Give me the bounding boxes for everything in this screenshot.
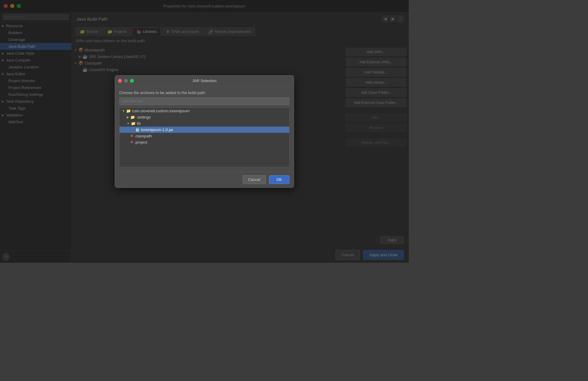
modal-footer: Cancel OK	[115, 171, 294, 188]
modal-filter-input[interactable]	[119, 97, 290, 105]
modal-tree-item-loremipsum-jar[interactable]: ▶ 🫙 loremipsum-1.0.jar	[120, 127, 289, 133]
modal-tree-item-classpath[interactable]: ▶ ✖ .classpath	[120, 133, 289, 139]
tree-item-label: loremipsum-1.0.jar	[141, 127, 173, 132]
modal-max-button[interactable]	[130, 79, 134, 83]
modal-tree-item-project[interactable]: ▶ ✖ .project	[120, 139, 289, 145]
modal-tree-item-lib[interactable]: ▼ 📁 lib	[120, 120, 289, 127]
tree-arrow-icon: ▼	[127, 122, 130, 125]
modal-window-buttons	[118, 79, 134, 83]
tree-item-label: .classpath	[134, 134, 152, 138]
modal-description: Choose the archives to be added to the b…	[119, 90, 290, 95]
modal-title: JAR Selection	[192, 79, 217, 83]
modal-ok-button[interactable]: OK	[269, 175, 290, 184]
modal-tree-item-root[interactable]: ▼ 📁 com.cloveretl.custom.loremipsum	[120, 108, 289, 114]
modal-overlay: JAR Selection Choose the archives to be …	[0, 0, 409, 263]
tree-item-label: .project	[134, 140, 147, 145]
modal-titlebar: JAR Selection	[115, 76, 294, 86]
tree-item-label: com.cloveretl.custom.loremipsum	[132, 109, 190, 113]
tree-item-label: lib	[137, 121, 141, 126]
modal-cancel-button[interactable]: Cancel	[243, 175, 266, 184]
modal-body: Choose the archives to be added to the b…	[115, 86, 294, 171]
modal-tree-item-settings[interactable]: ▶ 📁 .settings	[120, 114, 289, 120]
tree-arrow-icon: ▼	[122, 109, 125, 113]
modal-close-button[interactable]	[118, 79, 122, 83]
modal-min-button[interactable]	[124, 79, 128, 83]
tree-item-label: .settings	[136, 115, 151, 119]
jar-selection-modal: JAR Selection Choose the archives to be …	[115, 75, 294, 188]
tree-arrow-icon: ▶	[127, 116, 129, 119]
modal-tree: ▼ 📁 com.cloveretl.custom.loremipsum ▶ 📁 …	[119, 107, 290, 167]
